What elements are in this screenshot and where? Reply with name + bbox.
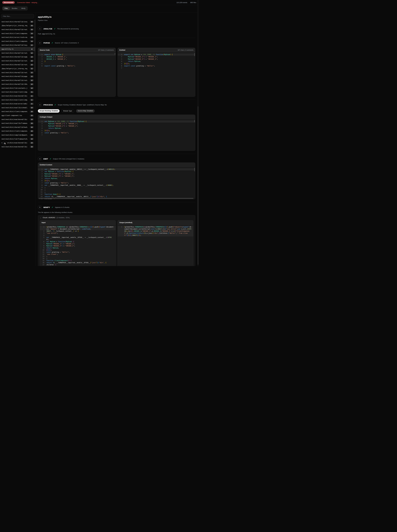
file-list-item[interactable]: next/next/dist/shared/lib/rout…12 — [0, 51, 35, 55]
file-list-item[interactable]: next/next/dist/esm/client/comp…11 — [0, 90, 35, 94]
file-list-item[interactable]: /@swc/helpers/cjs/_interop_req…16 — [0, 24, 35, 28]
file-list-item[interactable]: next/next/dist/shared/lib/i18n…12 — [0, 82, 35, 86]
file-list-item[interactable]: next/next/dist/shared/lib/lazy…12 — [0, 43, 35, 47]
file-list-item[interactable]: next/next/dist/shared/lib/page…12 — [0, 74, 35, 79]
page-scrollbar[interactable] — [198, 0, 198, 266]
code-line: 5}({}); — [118, 63, 195, 65]
tab-minify[interactable]: Minify — [19, 7, 27, 10]
code-line: 6export const greeting = "Hello!"; — [118, 65, 195, 67]
file-list-item[interactable]: /@swc/helpers/cjs/_interop_req…12 — [0, 67, 35, 71]
file-count-badge: 16 — [30, 21, 34, 23]
file-count-badge: 12 — [30, 48, 34, 50]
file-path: next/next/dist/shared/lib/lazy… — [1, 44, 27, 46]
file-list: next/next/dist/shared/lib/inva…16/@swc/h… — [0, 20, 35, 149]
file-list-item[interactable]: next/next/dist/esm/server/web/…11 — [0, 102, 35, 106]
code-line: 1var __TURBOPACK__imported__module__8851… — [38, 168, 195, 170]
file-count-badge: 10 — [30, 134, 34, 136]
file-list-item[interactable]: next/next/dist/shared/lib/inva…16 — [0, 20, 35, 24]
file-path: app/client-component.tsx — [1, 115, 22, 116]
code-line: 5}({}); — [38, 129, 195, 132]
file-list-item[interactable]: next/next/dist/shared/lib/rout…12 — [0, 71, 35, 75]
file-list-item[interactable]: next/next/dist/lib/constants.js12 — [0, 86, 35, 90]
process-badge[interactable]: Scope Hoisting: Enabled — [38, 109, 60, 113]
file-list-item[interactable]: next/next/dist/shared/lib/hash…10 — [0, 125, 35, 129]
horizontal-scrollbar[interactable] — [39, 198, 193, 199]
minify-input-panel: Input1(globalThis.TURBOPACK || (globalTh… — [40, 220, 116, 266]
file-list-item[interactable]: next/next/dist/shared/lib/rout…12 — [0, 59, 35, 63]
file-path: next/next/dist/esm/shared/lib/… — [1, 119, 27, 120]
file-list-item[interactable]: next/next/dist/shared/lib/rout…12 — [0, 63, 35, 67]
file-list-item[interactable]: next/next/dist/client/componen…10 — [0, 129, 35, 133]
file-path: next/next/dist/shared/lib/inva… — [1, 21, 27, 23]
panel-scrollbar[interactable] — [194, 168, 195, 171]
file-count-badge: 12 — [30, 83, 34, 85]
top-status-bar: Disconnected Connection failed - retryin… — [0, 0, 198, 5]
file-path: next/next/dist/shared/lib/rout… — [1, 72, 27, 73]
file-path: next/next/dist/esm/lib/framewo… — [1, 122, 27, 124]
file-path: next/next/dist/shared/lib/rout… — [1, 60, 27, 62]
file-list-item[interactable]: next/next/dist/esm/lib/framewo…10 — [0, 121, 35, 125]
minify-output-panel-code[interactable]: 1(globalThis.TURBOPACK||(globalThis.TURB… — [118, 225, 193, 266]
chunk-header[interactable]: ⌄Chunk #109202(2 modules, -52%) — [38, 215, 195, 220]
emit-code-view[interactable]: 1var __TURBOPACK__imported__module__8851… — [38, 167, 195, 199]
code-line: 9return MyEnum; — [40, 247, 116, 249]
code-line: 4 return MyEnum; — [38, 127, 195, 129]
file-path: next/next/dist/esm/client/comp… — [1, 99, 27, 101]
file-path: next/next/dist/client/componen… — [1, 130, 27, 132]
source-code-view[interactable]: 1export enum MyEnum {2 UNIQUE_1 = 'UNIQU… — [38, 52, 116, 97]
codegen-code-view[interactable]: 1var MyEnum = /*#__PURE__*/ function(MyE… — [38, 119, 195, 151]
step-process-section: 3 PROCESS ✓ Scope Hoisting: Enabled | Mo… — [38, 100, 195, 151]
panel-scrollbar[interactable] — [115, 53, 115, 55]
file-count-badge: 12 — [30, 56, 34, 58]
filter-files-input[interactable] — [1, 14, 34, 18]
panel-scrollbar[interactable] — [194, 120, 195, 122]
file-count-badge: 10 — [30, 126, 34, 128]
code-line: 14; — [40, 257, 116, 260]
file-list-item[interactable]: next/next/dist/shared/lib/rout…16 — [0, 28, 35, 31]
file-path: next/next/dist/client/componen… — [1, 111, 27, 112]
file-list-item[interactable]: next/next/dist/shared/lib/segm…12 — [0, 55, 35, 59]
sidebar-scrollbar[interactable] — [35, 20, 35, 72]
code-line: 5return MyEnum; — [38, 177, 195, 180]
minify-input-panel-code[interactable]: 1(globalThis.TURBOPACK || (globalThis.TU… — [40, 225, 116, 266]
code-line: 3"use strict"; — [40, 232, 116, 234]
emitted-code-view[interactable]: 1export var MyEnum = /*#__PURE__*/ funct… — [118, 52, 195, 97]
file-list-item[interactable]: next/next/dist/server/route-mo…14 — [0, 35, 35, 39]
code-line: 236827, ((__turbopack_context__) => { — [40, 230, 116, 232]
file-path: next/next/dist/client/componen… — [1, 40, 27, 42]
page-subtitle: Pipeline View — [38, 19, 195, 21]
file-list-item[interactable]: next/next/dist/client/componen…10 — [0, 110, 35, 114]
file-path: next/next/dist/lib/framework/b… — [1, 138, 27, 140]
file-list-item[interactable]: next/next/dist/client/componen…14 — [0, 31, 35, 36]
file-list-item[interactable]: app/client-component.tsx10 — [0, 114, 35, 117]
process-badge[interactable]: Source Map: Disabled — [76, 109, 95, 113]
tab-files[interactable]: Files — [3, 7, 10, 10]
tab-bundles[interactable]: Bundles — [10, 7, 19, 10]
file-path: next/next/dist/lib/constants.js — [1, 87, 27, 89]
chunk-list: ⌄Chunk #109202(2 modules, -52%)Input1(gl… — [38, 215, 195, 266]
code-line: 7 — [38, 134, 195, 136]
file-list-item[interactable]: next/next/dist/esm/shared/lib/…11 — [0, 94, 35, 98]
events-count: 110,329 events — [176, 2, 187, 3]
code-line: 13; — [40, 255, 116, 257]
file-list-item[interactable]: next/next/dist/esm/shared/lib/…10 — [0, 117, 35, 121]
file-list-item[interactable]: app/utility.ts12 — [0, 47, 35, 51]
file-count-badge: 10 — [30, 107, 34, 109]
code-line: 16return (0, __TURBOPACK__imported__modu… — [40, 262, 116, 264]
code-line: 7const greeting = "Hello!"; — [38, 182, 195, 184]
file-list-item[interactable]: next/next/dist/client/componen…14 — [0, 39, 35, 43]
file-path-value: app/utility.ts — [42, 33, 55, 35]
file-list-item[interactable]: next/next/dist/shared/lib/rout…12 — [0, 79, 35, 82]
file-count-badge: 12 — [30, 72, 34, 73]
file-list-item[interactable]: next/next/dist/compiled/@opent…10 — [0, 133, 35, 137]
file-list-item[interactable]: next/next/dist/lib/framework/b…10 — [0, 137, 35, 141]
panel-title: Emitted Content — [40, 164, 52, 166]
panel-scrollbar[interactable] — [194, 53, 195, 56]
process-badge[interactable]: Module Type: — [61, 109, 74, 113]
file-count-badge: 10 — [30, 115, 34, 117]
file-count-badge: 11 — [30, 95, 34, 97]
file-list-item[interactable]: next/next/dist/esm/lib/schedul…10 — [0, 106, 35, 110]
file-count-badge: 11 — [30, 103, 34, 105]
file-list-item[interactable]: next/next/dist/esm/client/comp…11 — [0, 98, 35, 102]
connection-message: Connection failed - retrying... — [17, 2, 38, 3]
